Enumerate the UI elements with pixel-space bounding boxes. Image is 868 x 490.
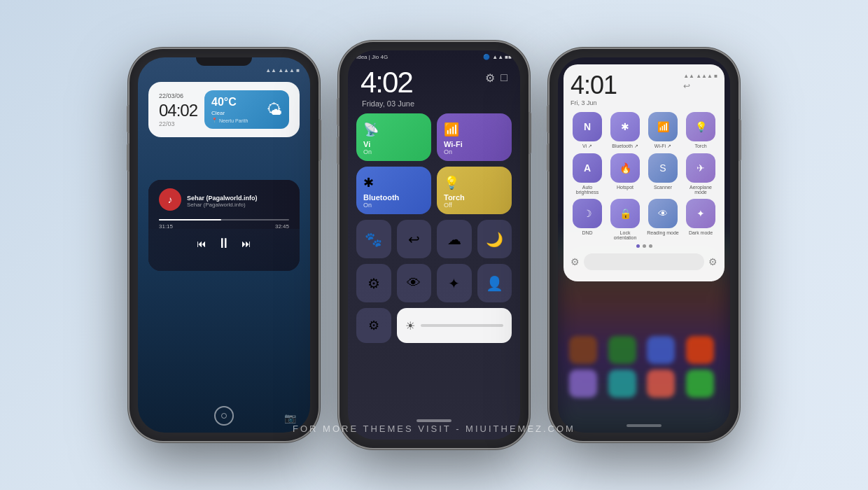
date-top: 22/03/06 <box>159 92 197 99</box>
icon-tile-3[interactable]: ☁ <box>437 220 472 258</box>
vi-status: On <box>363 148 424 155</box>
icon-scanner[interactable]: S Scanner <box>646 153 680 195</box>
vi-icon-label: Vi ↗ <box>582 144 592 149</box>
icon-row-2: ⚙ 👁 ✦ 👤 <box>356 264 512 302</box>
signal-icon: ▲▲ ■■ <box>492 54 512 60</box>
settings-icon-right[interactable]: ⚙ <box>708 256 718 267</box>
icon-reading[interactable]: 👁 Reading mode <box>646 199 680 240</box>
brightness-row: ⚙ ☀ <box>356 308 512 343</box>
bottom-bar-3: ⚙ ⚙ <box>570 251 718 273</box>
torch-circle: 💡 <box>686 112 715 141</box>
next-button[interactable]: ⏭ <box>241 238 251 249</box>
icon-dnd[interactable]: ☽ DND <box>570 199 604 240</box>
icon-vi[interactable]: N Vi ↗ <box>570 112 604 149</box>
home-button[interactable] <box>214 406 234 426</box>
icon-bt[interactable]: ✱ Bluetooth ↗ <box>608 112 642 149</box>
wifi-circle: 📶 <box>648 112 678 141</box>
time-date-section: 22/03/06 04:02 22/03 <box>159 92 197 127</box>
signal-icons: ▲▲ ▲▲▲ ■ <box>265 67 300 74</box>
music-app-icon: ♪ <box>159 188 181 211</box>
progress-bar[interactable] <box>159 219 289 220</box>
weather-desc: Clear <box>211 110 248 116</box>
edit-icon[interactable]: □ <box>500 71 507 85</box>
icon-tile-8[interactable]: 👤 <box>477 264 512 302</box>
status-icons: 🔵 ▲▲ ■■ <box>483 54 512 60</box>
song-title: Sehar (Pagalworld.info) <box>187 195 258 202</box>
brightness-sun-icon: ☀ <box>405 319 415 332</box>
icon-hotspot[interactable]: 🔥 Hotspot <box>608 153 642 195</box>
phone-1: ▲▲ ▲▲▲ ■ 22/03/06 04:02 22/03 40°C Clear… <box>130 49 318 441</box>
music-overlay: ♪ Sehar (Pagalworld.info) Sehar (Pagalwo… <box>148 180 300 271</box>
settings-icon-left[interactable]: ⚙ <box>570 256 580 267</box>
clock-display: 04:02 <box>159 101 197 120</box>
icon-lock-orientation[interactable]: 🔒 Lock orientation <box>608 199 642 240</box>
icon-grid-3: N Vi ↗ ✱ Bluetooth ↗ 📶 Wi- <box>570 112 718 240</box>
date-bottom: 22/03 <box>159 120 197 127</box>
icon-torch[interactable]: 💡 Torch <box>684 112 718 149</box>
screen-1: ▲▲ ▲▲▲ ■ 22/03/06 04:02 22/03 40°C Clear… <box>138 57 310 433</box>
prev-button[interactable]: ⏮ <box>197 238 206 249</box>
icon-tile-2[interactable]: ↩ <box>397 220 432 258</box>
bt-icon: 🔵 <box>483 54 490 60</box>
wifi-icon-label: Wi-Fi ↗ <box>654 144 671 149</box>
music-bg: ♪ Sehar (Pagalworld.info) Sehar (Pagalwo… <box>148 180 300 271</box>
dark-circle: ✦ <box>686 199 715 228</box>
location-pin-icon: 📍 <box>211 118 218 123</box>
phones-container: ▲▲ ▲▲▲ ■ 22/03/06 04:02 22/03 40°C Clear… <box>130 42 738 448</box>
music-widget: ♪ Sehar (Pagalworld.info) Sehar (Pagalwo… <box>148 180 300 271</box>
vi-label: Vi <box>363 140 424 148</box>
phone-3: 4:01 Fri, 3 Jun ▲▲ ▲▲▲ ■ ↩ <box>550 49 738 441</box>
brightness-icon[interactable]: ⚙ <box>356 308 391 343</box>
grid-row-2: ✱ Bluetooth On 💡 Torch Off <box>356 167 512 214</box>
time-large-3: 4:01 <box>570 73 617 98</box>
dot-1 <box>636 244 640 248</box>
reading-label: Reading mode <box>647 230 679 235</box>
top-right-icons: ⚙ □ <box>485 71 507 85</box>
brightness-fill <box>421 324 503 327</box>
icon-airplane[interactable]: ✈ Aeroplane mode <box>684 153 718 195</box>
torch-tile[interactable]: 💡 Torch Off <box>437 167 512 214</box>
brightness-slider[interactable]: ☀ <box>397 308 512 343</box>
search-bar-3[interactable] <box>584 253 704 270</box>
status-signal-3: ▲▲ ▲▲▲ ■ <box>683 73 718 79</box>
icon-tile-7[interactable]: ✦ <box>437 264 472 302</box>
icon-autobrightness[interactable]: A Auto brightness <box>570 153 604 195</box>
song-subtitle: Sehar (Pagalworld.info) <box>187 202 258 208</box>
scanner-circle: S <box>648 153 678 183</box>
auto-brightness-circle: A <box>573 153 602 183</box>
date-small-3: Fri, 3 Jun <box>570 99 617 106</box>
weather-info: 40°C Clear 📍 Neertu Parith <box>211 96 248 123</box>
airplane-label: Aeroplane mode <box>684 185 718 195</box>
icon-tile-5[interactable]: ⚙ <box>356 264 391 302</box>
reading-circle: 👁 <box>648 199 678 228</box>
edit-icon-3[interactable]: ↩ <box>683 81 718 91</box>
weather-widget: 40°C Clear 📍 Neertu Parith 🌤 <box>204 90 289 129</box>
status-bar-2: Idea | Jio 4G 🔵 ▲▲ ■■ <box>356 54 512 60</box>
icon-tile-4[interactable]: 🌙 <box>477 220 512 258</box>
icon-wifi[interactable]: 📶 Wi-Fi ↗ <box>646 112 680 149</box>
icon-dark[interactable]: ✦ Dark mode <box>684 199 718 240</box>
time-weather-widget: 22/03/06 04:02 22/03 40°C Clear 📍 Neertu… <box>148 82 300 137</box>
icon-tile-6[interactable]: 👁 <box>397 264 432 302</box>
icon-row-1: 🐾 ↩ ☁ 🌙 <box>356 220 512 258</box>
hotspot-label: Hotspot <box>617 185 634 190</box>
settings-icon[interactable]: ⚙ <box>485 71 495 85</box>
wifi-tile[interactable]: 📶 Wi-Fi On <box>437 113 512 161</box>
bluetooth-tile[interactable]: ✱ Bluetooth On <box>356 167 431 214</box>
progress-fill <box>159 219 221 220</box>
torch-status: Off <box>444 202 505 209</box>
camera-icon[interactable]: 📷 <box>284 412 296 424</box>
lock-orientation-label: Lock orientation <box>608 230 642 240</box>
play-pause-button[interactable]: ⏸ <box>217 235 231 251</box>
torch-icon-label: Torch <box>694 144 706 148</box>
status-bar-1: ▲▲ ▲▲▲ ■ <box>265 67 300 74</box>
wifi-icon: 📶 <box>444 122 505 137</box>
icon-tile-1[interactable]: 🐾 <box>356 220 391 258</box>
control-grid: 📡 Vi On 📶 Wi-Fi On ✱ Bluetooth <box>356 113 512 343</box>
panel-header: 4:01 Fri, 3 Jun ▲▲ ▲▲▲ ■ ↩ <box>570 73 718 106</box>
bluetooth-label: Bluetooth <box>363 193 424 202</box>
control-panel-3: 4:01 Fri, 3 Jun ▲▲ ▲▲▲ ■ ↩ <box>564 64 724 281</box>
scanner-label: Scanner <box>654 185 672 190</box>
time-display-2: 4:02 <box>360 66 412 99</box>
vi-tile[interactable]: 📡 Vi On <box>356 113 431 161</box>
